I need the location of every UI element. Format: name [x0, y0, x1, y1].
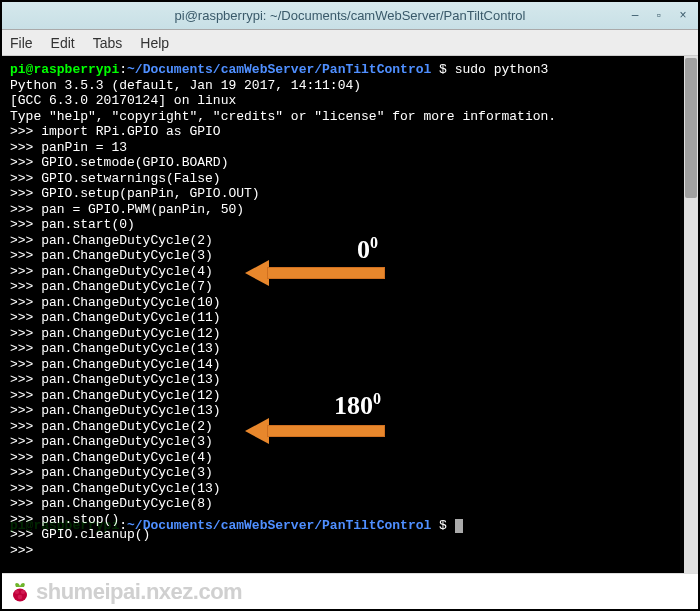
watermark-text: shumeipai.nxez.com	[36, 579, 242, 605]
minimize-button[interactable]: –	[624, 5, 646, 25]
menu-help[interactable]: Help	[140, 35, 169, 51]
title-bar: pi@raspberrypi: ~/Documents/camWebServer…	[2, 2, 698, 30]
menu-tabs[interactable]: Tabs	[93, 35, 123, 51]
menu-bar: File Edit Tabs Help	[2, 30, 698, 56]
term-line: >>> GPIO.setmode(GPIO.BOARD)	[10, 155, 228, 170]
term-line: >>> pan.ChangeDutyCycle(3)	[10, 434, 213, 449]
prompt-line-2: pi@raspberrypi:~/Documents/camWebServer/…	[10, 518, 463, 533]
term-line: >>> pan.ChangeDutyCycle(14)	[10, 357, 221, 372]
window-controls: – ▫ ×	[624, 5, 694, 25]
terminal-content: pi@raspberrypi:~/Documents/camWebServer/…	[2, 56, 698, 564]
term-line: >>> pan.ChangeDutyCycle(2)	[10, 233, 213, 248]
prompt-sep: :	[119, 62, 127, 77]
menu-file[interactable]: File	[10, 35, 33, 51]
term-line: >>> pan.ChangeDutyCycle(8)	[10, 496, 213, 511]
term-line: >>> pan.ChangeDutyCycle(7)	[10, 279, 213, 294]
term-line: >>> pan.ChangeDutyCycle(12)	[10, 388, 221, 403]
term-line: >>> pan.ChangeDutyCycle(13)	[10, 481, 221, 496]
term-line: >>> pan.ChangeDutyCycle(3)	[10, 465, 213, 480]
term-line: >>> import RPi.GPIO as GPIO	[10, 124, 221, 139]
terminal[interactable]: pi@raspberrypi:~/Documents/camWebServer/…	[2, 56, 698, 573]
term-line: >>> pan = GPIO.PWM(panPin, 50)	[10, 202, 244, 217]
prompt2-dollar: $	[431, 518, 454, 533]
scrollbar[interactable]	[684, 56, 698, 573]
term-line: >>> pan.start(0)	[10, 217, 135, 232]
term-line: >>> pan.ChangeDutyCycle(11)	[10, 310, 221, 325]
svg-point-2	[21, 590, 25, 594]
term-line: >>> pan.ChangeDutyCycle(13)	[10, 372, 221, 387]
close-button[interactable]: ×	[672, 5, 694, 25]
scrollbar-thumb[interactable]	[685, 58, 697, 198]
cursor-icon	[455, 519, 463, 533]
annotation-label-180deg: 1800	[334, 390, 381, 421]
term-line: >>>	[10, 543, 33, 558]
command: sudo python3	[455, 62, 549, 77]
term-line: >>> pan.ChangeDutyCycle(10)	[10, 295, 221, 310]
term-line: Type "help", "copyright", "credits" or "…	[10, 109, 556, 124]
prompt2-user: pi@raspberrypi	[10, 518, 119, 533]
prompt-dollar: $	[431, 62, 454, 77]
term-line: Python 3.5.3 (default, Jan 19 2017, 14:1…	[10, 78, 361, 93]
term-line: >>> panPin = 13	[10, 140, 127, 155]
term-line: >>> pan.ChangeDutyCycle(13)	[10, 403, 221, 418]
term-line: [GCC 6.3.0 20170124] on linux	[10, 93, 236, 108]
term-line: >>> pan.ChangeDutyCycle(12)	[10, 326, 221, 341]
term-line: >>> pan.ChangeDutyCycle(4)	[10, 264, 213, 279]
prompt-path: ~/Documents/camWebServer/PanTiltControl	[127, 62, 431, 77]
maximize-button[interactable]: ▫	[648, 5, 670, 25]
term-line: >>> GPIO.setup(panPin, GPIO.OUT)	[10, 186, 260, 201]
prompt-user: pi@raspberrypi	[10, 62, 119, 77]
term-line: >>> pan.ChangeDutyCycle(4)	[10, 450, 213, 465]
raspberry-icon	[8, 580, 32, 604]
svg-point-1	[15, 590, 19, 594]
annotation-label-0deg: 00	[357, 234, 378, 265]
prompt2-path: ~/Documents/camWebServer/PanTiltControl	[127, 518, 431, 533]
term-line: >>> GPIO.setwarnings(False)	[10, 171, 221, 186]
term-line: >>> pan.ChangeDutyCycle(13)	[10, 341, 221, 356]
term-line: >>> pan.ChangeDutyCycle(2)	[10, 419, 213, 434]
svg-point-3	[18, 594, 23, 598]
menu-edit[interactable]: Edit	[51, 35, 75, 51]
watermark-bar: shumeipai.nxez.com	[2, 573, 698, 609]
term-line: >>> pan.ChangeDutyCycle(3)	[10, 248, 213, 263]
window-title: pi@raspberrypi: ~/Documents/camWebServer…	[2, 8, 698, 23]
